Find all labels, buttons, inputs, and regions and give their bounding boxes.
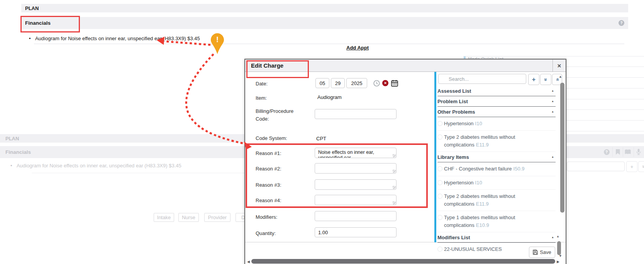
radio-icon[interactable]	[437, 180, 442, 185]
financials-section-header[interactable]: Financials	[21, 17, 628, 29]
billing-code-label-line2: Code:	[256, 116, 269, 122]
vscroll-thumb[interactable]	[560, 83, 564, 213]
exclamation-glyph: !	[211, 35, 224, 44]
bullet-icon: •	[29, 36, 34, 41]
plan-label: PLAN	[25, 5, 39, 11]
plus-icon: +	[630, 164, 634, 170]
collapse-caret-icon[interactable]: ▲	[551, 89, 554, 92]
library-item[interactable]: HypertensionI10	[437, 176, 556, 190]
add-item-button[interactable]: +	[528, 74, 539, 85]
divider	[634, 147, 634, 157]
radio-icon[interactable]	[437, 215, 442, 220]
quantity-input[interactable]	[315, 227, 397, 237]
hscroll-right-icon[interactable]: ▶	[557, 260, 559, 264]
reason2-input[interactable]	[315, 163, 397, 174]
date-year-input[interactable]	[346, 78, 367, 88]
divider	[612, 147, 613, 157]
resize-grip-icon[interactable]	[393, 201, 396, 204]
vscroll-down-icon[interactable]: ▼	[559, 254, 562, 258]
plan-section-header[interactable]: PLAN	[21, 4, 628, 12]
section-header-library-items[interactable]: Library Items ▲	[437, 152, 556, 162]
radio-icon[interactable]	[437, 121, 442, 126]
reason3-field-wrap	[315, 179, 397, 190]
modal-title: Edit Charge	[251, 62, 283, 69]
problem-item[interactable]: HypertensionI10	[437, 117, 556, 131]
radio-icon[interactable]	[437, 194, 442, 199]
clear-date-icon[interactable]: ✕	[382, 80, 388, 86]
reason2-field-wrap	[315, 163, 397, 174]
clock-icon[interactable]	[373, 80, 380, 88]
section-header-problem-list[interactable]: Problem List ▲	[437, 96, 556, 107]
section-label: Problem List	[437, 99, 468, 104]
radio-icon[interactable]	[437, 247, 442, 252]
reason4-label: Reason #4:	[256, 198, 281, 203]
help-glyph: ?	[620, 21, 622, 25]
search-input[interactable]	[438, 74, 526, 84]
code-system-value: CPT	[316, 136, 326, 141]
chevron-down-icon: »	[641, 165, 644, 168]
resize-grip-icon[interactable]	[393, 154, 396, 157]
help-icon-disabled: ?	[603, 149, 610, 155]
list-scroll-thumb[interactable]	[557, 241, 561, 255]
billing-code-input[interactable]	[315, 109, 397, 119]
calendar-icon[interactable]	[391, 80, 398, 88]
problem-library-panel: Assessed List ▲ Problem List ▲ Other Pro…	[437, 86, 556, 256]
collapse-caret-icon[interactable]: ▲	[551, 236, 554, 238]
section-label: Library Items	[437, 154, 469, 160]
panel-accent-bar	[434, 72, 436, 242]
collapse-caret-icon[interactable]: ▲	[551, 155, 554, 158]
help-glyph: ?	[605, 150, 608, 154]
list-scroll-up-icon[interactable]: ▲	[556, 235, 559, 238]
section-header-assessed-list[interactable]: Assessed List ▲	[437, 86, 556, 96]
expand-all-button[interactable]: »	[540, 74, 551, 85]
date-day-input[interactable]	[331, 78, 345, 88]
plus-icon: +	[532, 76, 536, 83]
bookmark-icon-disabled	[615, 149, 621, 155]
tab-label: Provider	[208, 215, 227, 220]
library-item[interactable]: Type 1 diabetes mellitus without complic…	[437, 211, 556, 232]
vscroll-up-icon[interactable]: ▲	[559, 75, 562, 78]
modifier-item[interactable]: 22-UNUSUAL SERVICES	[437, 243, 556, 256]
tab-label: Nurse	[182, 215, 195, 220]
add-appt-link[interactable]: Add Appt	[346, 45, 369, 51]
collapse-caret-icon[interactable]: ▲	[551, 100, 554, 102]
item-code: E11.9	[476, 201, 489, 207]
collapse-caret-icon[interactable]: ▲	[551, 110, 554, 113]
expand-button-disabled: »	[638, 161, 644, 172]
reason1-field-wrap: Noise effects on inner ear, unspecified …	[315, 148, 397, 158]
modifiers-input[interactable]	[315, 211, 397, 221]
section-header-modifiers-list[interactable]: Modifiers List ▲	[437, 232, 556, 243]
radio-icon[interactable]	[437, 135, 442, 140]
tab-label: Intake	[157, 215, 171, 220]
reason2-label: Reason #2:	[256, 166, 281, 172]
reason1-label: Reason #1:	[256, 150, 281, 156]
reason1-input[interactable]: Noise effects on inner ear, unspecified …	[315, 148, 397, 158]
resize-grip-icon[interactable]	[393, 186, 396, 189]
close-button[interactable]: ✕	[552, 60, 566, 72]
screen: PLAN Financials ? • Audiogram for Noise …	[0, 0, 644, 264]
date-month-input[interactable]	[315, 78, 329, 88]
date-label: Date:	[256, 81, 268, 87]
item-code: E10.9	[476, 222, 489, 228]
section-header-other-problems[interactable]: Other Problems ▲	[437, 107, 556, 117]
library-item[interactable]: Type 2 diabetes mellitus without complic…	[437, 190, 556, 211]
problem-item[interactable]: Type 2 diabetes mellitus without complic…	[437, 131, 556, 152]
add-button-disabled: +	[626, 161, 637, 172]
resize-grip-icon[interactable]	[393, 170, 396, 173]
charge-line-item-text-disabled: Audiogram for Noise effects on inner ear…	[17, 163, 181, 169]
divider	[623, 147, 623, 157]
reason4-input[interactable]	[315, 195, 397, 205]
item-label: Item:	[256, 95, 267, 101]
code-system-label: Code System:	[256, 135, 287, 141]
item-code: I10	[475, 121, 482, 126]
tab-intake: Intake	[154, 213, 174, 222]
radio-icon[interactable]	[437, 166, 442, 171]
section-label: Modifiers List	[437, 235, 470, 240]
help-icon[interactable]: ?	[619, 20, 624, 26]
divider	[34, 44, 624, 44]
hscroll-thumb[interactable]	[251, 259, 555, 264]
charge-line-item[interactable]: • Audiogram for Noise effects on inner e…	[29, 36, 454, 41]
hscroll-left-icon[interactable]: ◀	[247, 260, 250, 264]
reason3-input[interactable]	[315, 179, 397, 190]
library-item[interactable]: CHF - Congestive heart failureI50.9	[437, 162, 556, 176]
